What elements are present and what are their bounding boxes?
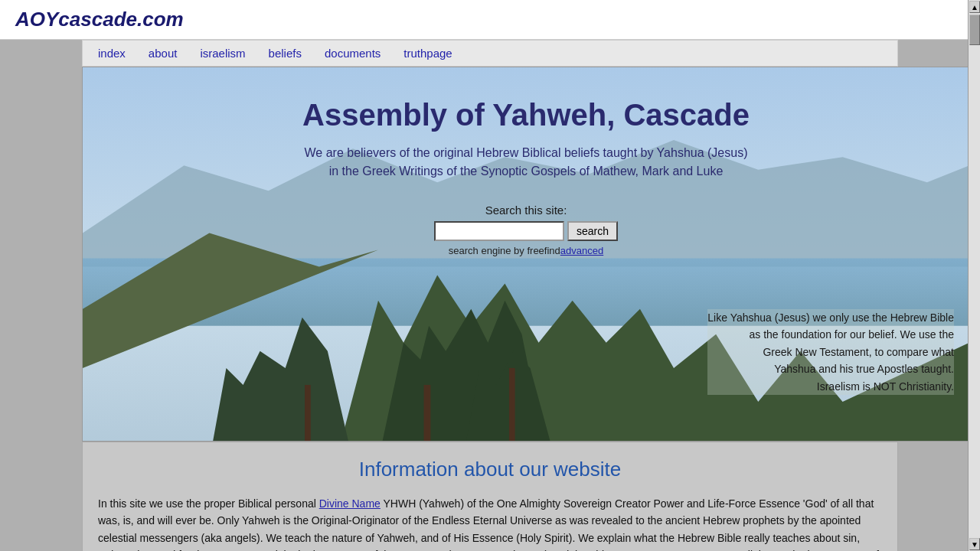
search-button[interactable]: search xyxy=(567,221,618,241)
search-advanced-link[interactable]: advanced xyxy=(560,245,603,256)
scrollbar[interactable]: ▲ ▼ xyxy=(968,0,980,551)
search-row: search xyxy=(83,221,969,241)
nav-link-documents[interactable]: documents xyxy=(325,47,381,60)
body-text-rest: YHWH (Yahweh) of the One Almighty Sovere… xyxy=(98,497,879,551)
hero-overlay: Assembly of Yahweh, Cascade We are belie… xyxy=(83,67,969,441)
hero-subtitle-line2: in the Greek Writings of the Synoptic Go… xyxy=(329,165,724,178)
scrollbar-thumb[interactable] xyxy=(969,15,980,45)
info-body: In this site we use the proper Biblical … xyxy=(98,495,882,551)
nav-link-beliefs[interactable]: beliefs xyxy=(269,47,302,60)
nav-link-israelism[interactable]: israelism xyxy=(200,47,245,60)
search-engine-label: search engine by freefind xyxy=(449,245,560,256)
info-heading: Information about our website xyxy=(98,458,882,481)
search-label: Search this site: xyxy=(83,204,969,217)
site-header: AOYcascade.com xyxy=(0,0,980,40)
search-input[interactable] xyxy=(434,221,564,241)
divine-name-link[interactable]: Divine Name xyxy=(319,497,381,510)
site-title[interactable]: AOYcascade.com xyxy=(15,8,184,31)
hero-section: Assembly of Yahweh, Cascade We are belie… xyxy=(82,67,970,442)
hero-right-line3: Greek New Testament, to compare what xyxy=(763,346,954,358)
nav-link-index[interactable]: index xyxy=(98,47,126,60)
hero-right-line4: Yahshua and his true Apostles taught. xyxy=(774,363,954,375)
hero-subtitle-line1: We are believers of the original Hebrew … xyxy=(305,146,748,159)
search-engine-info: search engine by freefindadvanced xyxy=(83,245,969,256)
search-container: Search this site: search search engine b… xyxy=(83,204,969,256)
hero-right-line1: Like Yahshua (Jesus) we only use the Heb… xyxy=(707,311,954,324)
scrollbar-arrow-down[interactable]: ▼ xyxy=(969,538,980,550)
nav-link-about[interactable]: about xyxy=(149,47,178,60)
hero-right-text: Like Yahshua (Jesus) we only use the Heb… xyxy=(707,309,954,395)
nav-link-truthpage[interactable]: truthpage xyxy=(403,47,452,60)
nav-bar: index about israelism beliefs documents … xyxy=(82,40,898,67)
hero-title: Assembly of Yahweh, Cascade xyxy=(83,67,969,132)
hero-right-line2: as the foundation for our belief. We use… xyxy=(750,328,954,341)
scrollbar-arrow-up[interactable]: ▲ xyxy=(969,1,980,13)
hero-right-line5: Israelism is NOT Christianity. xyxy=(817,380,954,393)
main-content: Information about our website In this si… xyxy=(82,442,898,551)
hero-subtitle: We are believers of the original Hebrew … xyxy=(83,144,969,181)
